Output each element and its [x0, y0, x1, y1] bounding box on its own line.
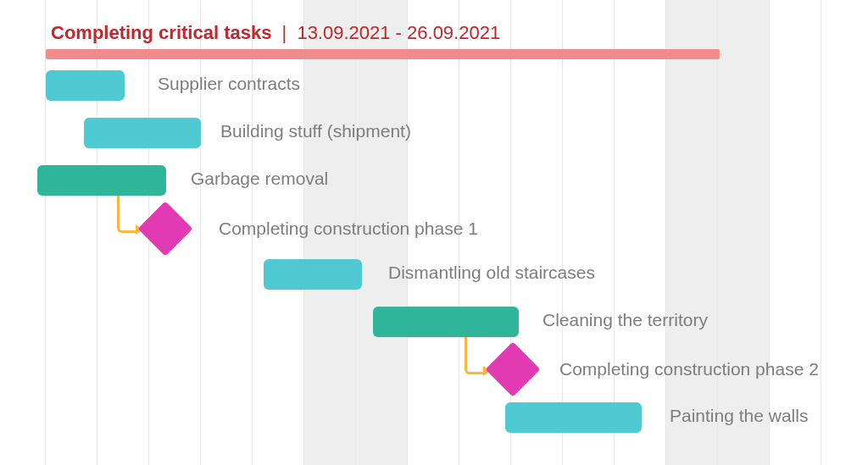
task-row: Garbage removal	[0, 165, 868, 196]
task-bar-dismantling[interactable]	[264, 259, 362, 290]
task-bar-painting[interactable]	[505, 402, 642, 433]
task-row: Building stuff (shipment)	[0, 118, 868, 148]
task-label: Completing construction phase 1	[219, 219, 478, 239]
task-label: Dismantling old staircases	[388, 263, 595, 283]
task-bar-garbage-removal[interactable]	[37, 165, 166, 196]
task-bar-building-stuff[interactable]	[84, 118, 201, 148]
task-label: Painting the walls	[670, 406, 808, 426]
task-row: Painting the walls	[0, 402, 868, 433]
task-bar-cleaning[interactable]	[373, 307, 519, 337]
gantt-chart: Completing critical tasks | 13.09.2021 -…	[0, 0, 868, 465]
task-row: Dismantling old staircases	[0, 259, 868, 290]
task-row: Cleaning the territory	[0, 307, 868, 337]
task-label: Supplier contracts	[158, 74, 300, 94]
task-label: Cleaning the territory	[542, 310, 708, 330]
summary-dates: 13.09.2021 - 26.09.2021	[297, 22, 500, 43]
summary-name: Completing critical tasks	[51, 22, 271, 43]
task-label: Garbage removal	[191, 169, 328, 189]
task-label: Building stuff (shipment)	[220, 121, 411, 141]
summary-bar[interactable]	[46, 49, 720, 59]
task-label: Completing construction phase 2	[559, 359, 819, 379]
task-row: Supplier contracts	[0, 70, 868, 101]
title-separator: |	[282, 22, 287, 43]
task-bar-supplier-contracts[interactable]	[46, 70, 125, 101]
summary-title: Completing critical tasks | 13.09.2021 -…	[51, 22, 500, 44]
